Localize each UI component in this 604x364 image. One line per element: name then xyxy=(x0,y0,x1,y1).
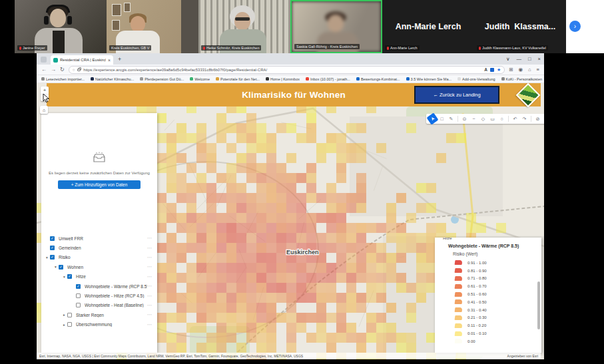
layer-checkbox[interactable]: ✓ xyxy=(76,284,81,289)
layer-expander-icon[interactable]: ▾ xyxy=(61,275,67,279)
legend-swatch xyxy=(455,292,463,297)
draw-polygon-icon[interactable]: ◇ xyxy=(479,114,487,123)
layer-checkbox[interactable] xyxy=(67,313,72,317)
bookmark-item[interactable]: Pferdepension Gut Dü... xyxy=(140,77,184,81)
layer-checkbox[interactable] xyxy=(76,303,81,307)
bookmark-item[interactable]: Potenziale für den Net... xyxy=(216,77,260,81)
layer-options-icon[interactable]: ⋯ xyxy=(147,312,157,317)
layer-options-icon[interactable]: ⋯ xyxy=(147,246,157,251)
layer-row[interactable]: Wohngebiete - Heat (Baseline)⋯ xyxy=(41,301,157,310)
firefox-view-icon[interactable] xyxy=(41,57,47,63)
reload-icon[interactable]: ↻ xyxy=(60,67,65,73)
person-silhouette xyxy=(44,16,49,25)
back-to-landing-button[interactable]: ← Zurück zu Landing xyxy=(414,86,499,104)
browser-window: Residential CRA | Euskirchen, ... × + ∨ … xyxy=(37,53,544,359)
maximize-icon[interactable]: □ xyxy=(528,56,531,62)
layer-row[interactable]: ▸Starker Regen⋯ xyxy=(41,310,157,319)
layer-row[interactable]: ▾✓Wohnen⋯ xyxy=(41,262,157,272)
add-data-button[interactable]: + Zum Hinzufügen von Daten xyxy=(58,180,141,189)
draw-rectangle-icon[interactable]: ▭ xyxy=(488,114,497,123)
participant-tile[interactable]: Heike Schmitz, Kreis Euskirchen xyxy=(198,0,290,53)
translate-icon[interactable]: A xyxy=(484,67,487,72)
layer-checkbox[interactable]: ✓ xyxy=(67,274,72,279)
library-icon[interactable]: ⌂ xyxy=(528,67,531,73)
layer-options-icon[interactable]: ⋯ xyxy=(147,283,157,289)
select-pointer-icon[interactable]: ➤ xyxy=(426,112,438,124)
zoom-in-button[interactable]: + xyxy=(41,87,49,94)
layer-options-icon[interactable]: ⋯ xyxy=(147,274,157,279)
bookmark-item[interactable]: Lesezeichen importier... xyxy=(41,77,85,81)
layer-row[interactable]: ✓Gemeinden⋯ xyxy=(41,243,157,252)
layer-checkbox[interactable] xyxy=(67,322,72,327)
app-header-banner: Klimarisiko für Wohnen ← Zurück zu Landi… xyxy=(47,83,541,106)
layer-expander-icon[interactable]: ▸ xyxy=(61,313,67,317)
bookmark-item[interactable]: Inbox (10.007) - jonath... xyxy=(306,77,350,81)
bookmark-items: Lesezeichen importier...Natürlicher Klim… xyxy=(41,77,544,81)
url-text[interactable]: https://experience.arcgis.com/experience… xyxy=(83,68,481,72)
layer-options-icon[interactable]: ⋯ xyxy=(147,293,157,299)
legend-range-label: 0.81 - 0.90 xyxy=(467,269,487,273)
undo-icon[interactable]: ↶ xyxy=(511,114,519,123)
participant-tile[interactable]: Kreis Euskirchen, GB V xyxy=(107,0,198,53)
bookmark-item[interactable]: Welcome xyxy=(190,77,210,81)
close-icon[interactable]: × xyxy=(538,56,541,62)
layer-options-icon[interactable]: ⋯ xyxy=(147,236,157,241)
legend-entry: 0.00 xyxy=(455,337,541,345)
layer-checkbox[interactable]: ✓ xyxy=(50,246,55,250)
layer-expander-icon[interactable]: ▾ xyxy=(53,265,59,269)
account-icon[interactable]: ◉ xyxy=(519,67,523,73)
home-extent-button[interactable]: ⌂ xyxy=(40,106,48,114)
bookmark-star-icon[interactable]: ★ xyxy=(497,67,501,72)
layer-expander-icon[interactable]: ▾ xyxy=(44,256,50,260)
url-bar[interactable]: ○ https://experience.arcgis.com/experien… xyxy=(69,66,505,74)
list-tabs-icon[interactable]: ∨ xyxy=(506,56,510,62)
participant-tile[interactable]: Janine Freyer xyxy=(15,0,107,53)
legend-entry: 0.41 - 0.50 xyxy=(455,298,541,306)
bookmark-item[interactable]: KoKi - Personalkosten xyxy=(501,77,542,81)
redo-icon[interactable]: ↷ xyxy=(520,114,529,123)
bookmark-item[interactable]: Natürlicher Klimaschu... xyxy=(91,77,134,81)
extensions-icon[interactable]: ⊞ xyxy=(509,67,513,73)
layer-row[interactable]: ▾✓Risiko⋯ xyxy=(41,253,157,262)
layer-row[interactable]: ▸Überschwemmung⋯ xyxy=(41,320,157,329)
legend-scrollbar[interactable] xyxy=(537,281,540,329)
layer-row[interactable]: ✓Wohngebiete - Wärme (RCP 8.5)⋯ xyxy=(41,281,157,291)
layer-options-icon[interactable]: ⋯ xyxy=(147,322,157,327)
draw-line-icon[interactable]: ~ xyxy=(469,114,478,123)
select-lasso-icon[interactable]: ✎ xyxy=(447,114,455,123)
layer-checkbox[interactable] xyxy=(76,293,81,298)
bookmark-item[interactable]: Add-ons-Verwaltung xyxy=(457,77,495,81)
participant-tile[interactable]: Judith Klassma...Judith Klassmann-Laux, … xyxy=(474,0,566,53)
select-rectangle-icon[interactable]: □ xyxy=(438,114,446,123)
layer-checkbox[interactable]: ✓ xyxy=(50,255,55,260)
layer-row[interactable]: Wohngebiete - Hitze (RCP 4.5)⋯ xyxy=(41,291,157,300)
layer-checkbox[interactable]: ✓ xyxy=(50,236,55,241)
layer-row[interactable]: ▾✓Hitze⋯ xyxy=(41,272,157,281)
layer-expander-icon[interactable]: ▸ xyxy=(61,323,67,327)
draw-point-icon[interactable]: ⊙ xyxy=(460,114,469,123)
draw-circle-icon[interactable]: ○ xyxy=(497,114,506,123)
layer-options-icon[interactable]: ⋯ xyxy=(147,303,157,308)
new-tab-button[interactable]: + xyxy=(118,57,121,63)
menu-icon[interactable]: ≡ xyxy=(537,67,539,73)
participant-tile[interactable]: Ann-Marie LerchAnn-Marie Lerch xyxy=(382,0,474,53)
bookmark-item[interactable]: Home | Kommbox xyxy=(266,77,300,81)
layer-checkbox[interactable]: ✓ xyxy=(59,265,63,270)
next-participants-button[interactable]: › xyxy=(569,21,581,32)
more-icon[interactable]: ⋮ xyxy=(543,114,544,123)
legend-range-label: 0.51 - 0.60 xyxy=(467,292,487,296)
extension-badge-icon[interactable] xyxy=(490,68,494,72)
tab-close-icon[interactable]: × xyxy=(108,58,111,63)
forward-icon[interactable]: → xyxy=(51,67,56,73)
bookmark-item[interactable]: Bewertungs-Kombinat... xyxy=(356,77,400,81)
layer-options-icon[interactable]: ⋯ xyxy=(147,264,157,270)
participant-tile[interactable]: Saskia Gall-Röhrig - Kreis Euskirchen xyxy=(290,0,382,53)
clear-icon[interactable]: ⊘ xyxy=(533,114,542,123)
bookmark-item[interactable]: 3.5 Wie können Sie Ma... xyxy=(406,77,452,81)
layer-options-icon[interactable]: ⋯ xyxy=(147,255,157,260)
layer-row[interactable]: ✓Umwelt FRR⋯ xyxy=(41,234,157,243)
permissions-shield-icon[interactable]: ○ xyxy=(73,68,75,72)
browser-tab[interactable]: Residential CRA | Euskirchen, ... × xyxy=(51,55,113,65)
minimize-icon[interactable]: — xyxy=(517,56,522,62)
back-icon[interactable]: ← xyxy=(41,67,47,73)
